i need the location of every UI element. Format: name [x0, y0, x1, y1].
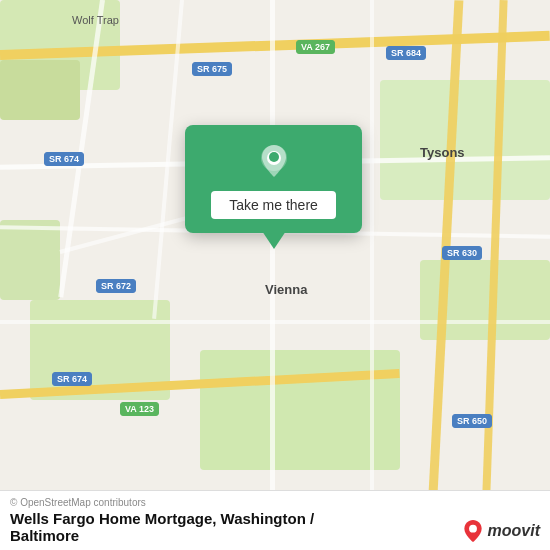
- badge-sr674b: SR 674: [52, 372, 92, 386]
- badge-sr675: SR 675: [192, 62, 232, 76]
- svg-point-3: [469, 525, 477, 533]
- location-popup: Take me there: [185, 125, 362, 233]
- badge-sr674a: SR 674: [44, 152, 84, 166]
- green-area-w: [0, 220, 60, 300]
- vienna-label: Vienna: [265, 282, 307, 297]
- green-area-ne: [380, 80, 550, 200]
- moovit-pin-icon: [462, 520, 484, 542]
- moovit-logo: moovit: [462, 520, 540, 542]
- road-v2: [370, 0, 374, 550]
- take-me-there-button[interactable]: Take me there: [211, 191, 336, 219]
- wolf-trap-label: Wolf Trap: [72, 14, 119, 26]
- location-title2: Baltimore: [10, 527, 314, 544]
- green-area-wolf-trap: [0, 60, 80, 120]
- badge-sr630: SR 630: [442, 246, 482, 260]
- location-title: Wells Fargo Home Mortgage, Washington /: [10, 510, 314, 527]
- bottom-bar: © OpenStreetMap contributors Wells Fargo…: [0, 490, 550, 550]
- badge-sr650: SR 650: [452, 414, 492, 428]
- badge-va123: VA 123: [120, 402, 159, 416]
- moovit-brand-text: moovit: [488, 522, 540, 540]
- map-container: Wolf Trap Tysons Vienna VA 267 SR 675 SR…: [0, 0, 550, 550]
- svg-point-2: [269, 152, 279, 162]
- badge-va267: VA 267: [296, 40, 335, 54]
- road-h3: [0, 320, 550, 324]
- copyright-text: © OpenStreetMap contributors: [10, 497, 540, 508]
- location-pin-icon: [255, 143, 293, 181]
- badge-sr672: SR 672: [96, 279, 136, 293]
- badge-sr684: SR 684: [386, 46, 426, 60]
- road-v1: [270, 0, 275, 550]
- tysons-label: Tysons: [420, 145, 465, 160]
